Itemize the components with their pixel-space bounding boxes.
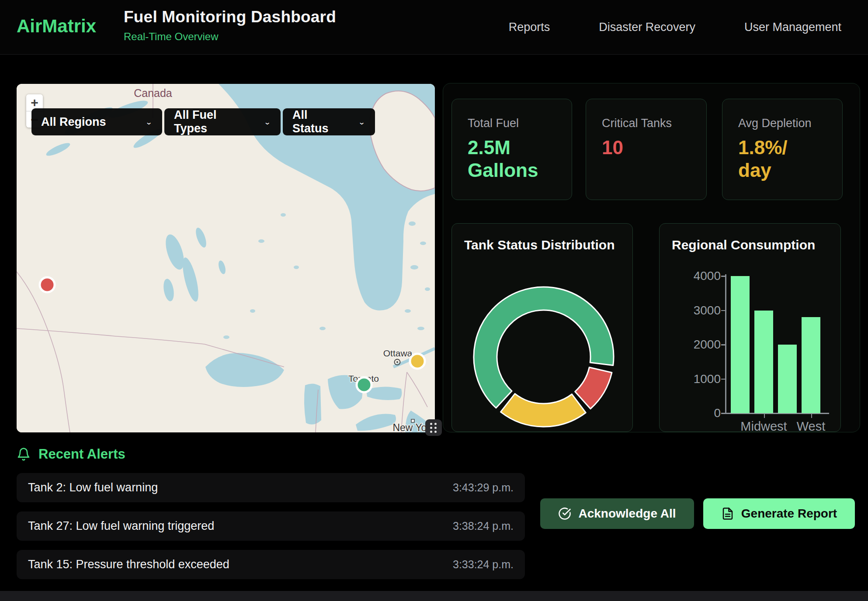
region-filter-value: All Regions xyxy=(41,115,106,129)
x-tick-label: West xyxy=(797,419,826,432)
y-tick-label: 0 xyxy=(668,406,721,420)
stat-value: 10 xyxy=(602,136,685,159)
alert-timestamp: 3:43:29 p.m. xyxy=(453,481,514,494)
y-tick-mark xyxy=(721,413,726,414)
overview-panel: Total Fuel 2.5M Gallons Critical Tanks 1… xyxy=(443,83,860,432)
stat-value: 1.8%/ day xyxy=(738,136,821,182)
stat-label: Avg Depletion xyxy=(738,117,842,130)
stat-card-critical-tanks: Critical Tanks 10 xyxy=(586,99,707,200)
tank-status-chart-card: Tank Status Distribution xyxy=(451,223,633,432)
acknowledge-all-label: Acknowledge All xyxy=(578,507,676,521)
alert-row[interactable]: Tank 2: Low fuel warning 3:43:29 p.m. xyxy=(17,473,525,502)
y-tick-label: 4000 xyxy=(668,269,721,283)
nav-user-management[interactable]: User Management xyxy=(744,21,841,34)
stat-card-avg-depletion: Avg Depletion 1.8%/ day xyxy=(722,99,843,200)
consumption-bar xyxy=(731,276,750,413)
generate-report-label: Generate Report xyxy=(741,507,837,521)
tank-status-donut-chart xyxy=(452,224,633,432)
chevron-down-icon: ⌄ xyxy=(145,117,153,126)
donut-segment-critical xyxy=(575,367,612,409)
y-tick-mark xyxy=(721,379,726,380)
y-tick-label: 2000 xyxy=(668,338,721,352)
y-tick-label: 3000 xyxy=(668,304,721,318)
brand-logo: AirMatrix xyxy=(17,16,96,37)
alerts-title: Recent Alerts xyxy=(38,446,125,462)
regional-consumption-chart-card: Regional Consumption 01000200030004000Mi… xyxy=(659,223,841,432)
bottom-scroll-strip[interactable] xyxy=(0,591,868,601)
y-tick-mark xyxy=(721,310,726,311)
alert-row[interactable]: Tank 15: Pressure threshold exceeded 3:3… xyxy=(17,550,525,579)
check-circle-icon xyxy=(558,507,571,520)
consumption-bar xyxy=(802,317,820,413)
main-nav: Reports Disaster Recovery User Managemen… xyxy=(509,0,841,55)
map-resize-handle[interactable] xyxy=(425,419,442,436)
generate-report-button[interactable]: Generate Report xyxy=(703,498,855,529)
x-tick-mark xyxy=(764,414,765,418)
top-bar: AirMatrix Fuel Monitoring Dashboard Real… xyxy=(0,0,868,55)
fuel-type-filter-dropdown[interactable]: All Fuel Types ⌄ xyxy=(164,108,281,135)
nav-disaster-recovery[interactable]: Disaster Recovery xyxy=(599,21,695,34)
stat-card-total-fuel: Total Fuel 2.5M Gallons xyxy=(451,99,572,200)
map-label-canada: Canada xyxy=(134,87,172,99)
map-filter-bar: All Regions ⌄ All Fuel Types ⌄ All Statu… xyxy=(31,108,375,135)
consumption-bar xyxy=(754,311,773,414)
donut-segment-warning xyxy=(500,394,586,427)
page-subtitle: Real-Time Overview xyxy=(124,31,336,43)
stat-label: Critical Tanks xyxy=(602,117,706,130)
stat-label: Total Fuel xyxy=(468,117,572,130)
alert-text: Tank 15: Pressure threshold exceeded xyxy=(28,558,229,571)
y-tick-label: 1000 xyxy=(668,372,721,386)
x-tick-mark xyxy=(811,414,812,418)
fuel-type-filter-value: All Fuel Types xyxy=(174,108,252,135)
recent-alerts-header: Recent Alerts xyxy=(17,446,125,462)
page-title: Fuel Monitoring Dashboard xyxy=(124,8,336,26)
title-block: Fuel Monitoring Dashboard Real-Time Over… xyxy=(124,8,336,43)
tank-marker-critical[interactable] xyxy=(40,277,55,292)
region-filter-dropdown[interactable]: All Regions ⌄ xyxy=(31,108,162,135)
alert-timestamp: 3:33:24 p.m. xyxy=(453,558,514,571)
map-canvas: Canada Ottawa Toronto New York xyxy=(17,84,435,432)
alert-text: Tank 27: Low fuel warning triggered xyxy=(28,519,214,533)
alert-text: Tank 2: Low fuel warning xyxy=(28,481,158,494)
chevron-down-icon: ⌄ xyxy=(358,117,365,126)
chevron-down-icon: ⌄ xyxy=(264,117,271,126)
report-document-icon xyxy=(721,507,734,520)
tank-marker-warning[interactable] xyxy=(410,354,425,369)
tank-marker-normal[interactable] xyxy=(357,377,372,392)
y-tick-mark xyxy=(721,344,726,345)
alert-row[interactable]: Tank 27: Low fuel warning triggered 3:38… xyxy=(17,511,525,541)
x-tick-label: Midwest xyxy=(740,419,787,432)
y-tick-mark xyxy=(721,276,726,277)
stat-value: 2.5M Gallons xyxy=(468,136,551,182)
map-label-ottawa: Ottawa xyxy=(383,348,413,358)
alert-timestamp: 3:38:24 p.m. xyxy=(453,520,514,532)
bell-icon xyxy=(17,447,31,461)
fuel-map[interactable]: Canada Ottawa Toronto New York + − All R… xyxy=(17,84,435,432)
regional-consumption-bar-chart: 01000200030004000MidwestWest xyxy=(660,224,841,432)
consumption-bar xyxy=(778,345,797,413)
acknowledge-all-button[interactable]: Acknowledge All xyxy=(540,498,694,529)
status-filter-dropdown[interactable]: All Status ⌄ xyxy=(283,108,375,135)
nav-reports[interactable]: Reports xyxy=(509,21,550,34)
status-filter-value: All Status xyxy=(292,108,347,135)
